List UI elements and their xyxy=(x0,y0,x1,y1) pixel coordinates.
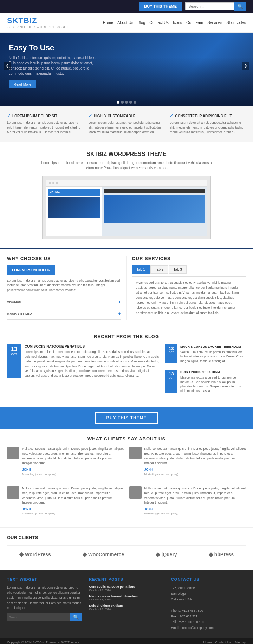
feature-check-2: ✓ xyxy=(170,113,173,118)
feature-item-1: ✓HIGHLY CUSTOMIZABLELorem ipsum dolor si… xyxy=(89,113,165,135)
service-tab-1[interactable]: Tab 2 xyxy=(150,265,168,274)
blog-side-date-month-0: OCT xyxy=(167,351,176,354)
service-tab-0[interactable]: Tab 1 xyxy=(132,265,150,274)
hero-dot-2[interactable] xyxy=(121,101,124,104)
testimonials-grid: Nulla consequat massa quis enim. Donec p… xyxy=(7,447,246,520)
blog-side: 13OCTMAURIS CURSUS LAOREET BIBENDUMVesti… xyxy=(165,344,246,400)
blog-side-text-0: Vestibulum ante ipsum primis in faucibus… xyxy=(180,350,246,363)
footer-bottom-link-0[interactable]: Home xyxy=(203,640,212,644)
footer-post-title-1: Mauris cursus laoreet bibendum xyxy=(89,594,164,598)
testimonial-name-1: JONH xyxy=(144,467,246,472)
search-button[interactable]: 🔍 xyxy=(234,2,246,11)
nav-item-shortcodes[interactable]: Shortcodes xyxy=(226,20,246,25)
client-logo-icon-2: ◆ xyxy=(156,551,160,558)
footer-search-input[interactable] xyxy=(7,613,70,621)
footer-post-date-0: October 13, 2014 xyxy=(89,589,164,592)
nav-item-contact-us[interactable]: Contact Us xyxy=(149,20,168,25)
accordion-item-2[interactable]: MAURIS ET LEO + xyxy=(7,308,121,320)
blog-main: 13 OCT CUM SOCIIS NATOQUE PENATIBUS Lore… xyxy=(7,344,160,400)
blog-side-date-num-0: 13 xyxy=(167,346,176,351)
blog-side-date-1: 13OCT xyxy=(165,370,177,393)
testimonial-item-2: Nulla consequat massa quis enim. Donec p… xyxy=(7,486,124,521)
feature-text-1: Lorem ipsum dolor sit amet, consectetur … xyxy=(89,120,165,135)
nav-item-blog[interactable]: Blog xyxy=(137,20,145,25)
search-input[interactable] xyxy=(185,2,234,10)
main-header: SKTBIZ JUST ANOTHER WORDPRESS SITE HomeA… xyxy=(0,13,253,33)
testimonial-avatar-2 xyxy=(7,486,19,499)
accordion-plus-2[interactable]: + xyxy=(118,311,121,316)
hero-dot-3[interactable] xyxy=(125,101,128,104)
hero-dot-5[interactable] xyxy=(134,101,136,104)
nav-item-home[interactable]: Home xyxy=(103,20,113,25)
preview-right-nav xyxy=(104,189,205,193)
client-logo-bbpress: ◆ bbPress xyxy=(209,551,234,558)
buy-theme-button[interactable]: BUY THIS THEME xyxy=(139,2,182,11)
our-services-section: OUR SERVICES Tab 1Tab 2Tab 3 Vivamus sed… xyxy=(126,256,246,320)
preview-left-image xyxy=(48,197,100,218)
footer-fax: Fax: +987 654 321 xyxy=(171,615,197,618)
why-accordion: VIVAMUS + MAURIS ET LEO + xyxy=(7,296,121,320)
hero-dot-4[interactable] xyxy=(129,101,132,104)
buy-banner-button[interactable]: BUY THIS THEME xyxy=(95,412,158,424)
client-logo-name-0: WordPress xyxy=(25,552,51,557)
testimonial-body-2: Nulla consequat massa quis enim. Donec p… xyxy=(22,486,124,516)
read-more-button[interactable]: Read More xyxy=(9,80,36,88)
nav-item-our-team[interactable]: Our Team xyxy=(186,20,203,25)
nav-item-services[interactable]: Services xyxy=(207,20,222,25)
accordion-item-1[interactable]: VIVAMUS + xyxy=(7,296,121,308)
client-logo-wordpress: ◆ WordPress xyxy=(19,551,51,558)
preview-inner: SKTBIZ xyxy=(46,180,207,236)
features-section: ✓LOREM IPSUM DOLOR SITLorem ipsum dolor … xyxy=(0,106,253,142)
testimonial-role-0: Marketing (some company) xyxy=(22,472,124,477)
accordion-label-1: VIVAMUS xyxy=(7,300,21,304)
hero-arrows: ❮ ❯ xyxy=(4,62,249,70)
blog-title: RECENT FROM THE BLOG xyxy=(7,334,246,339)
blog-grid: 13 OCT CUM SOCIIS NATOQUE PENATIBUS Lore… xyxy=(7,344,246,400)
hero-dot-1[interactable] xyxy=(117,101,119,104)
footer-post-date-2: October 13, 2014 xyxy=(89,607,164,611)
testimonial-text-3: Nulla consequat massa quis enim. Donec p… xyxy=(144,486,246,505)
blog-main-entry: 13 OCT CUM SOCIIS NATOQUE PENATIBUS Lore… xyxy=(7,344,160,378)
preview-header xyxy=(46,180,207,187)
blog-side-content-0: MAURIS CURSUS LAOREET BIBENDUMVestibulum… xyxy=(180,344,246,363)
footer-bottom-link-1[interactable]: Contact Us xyxy=(215,640,231,644)
footer-contact-col: CONTACT US 123, Some Street San Diego Ca… xyxy=(171,577,246,631)
feature-text-0: Lorem ipsum dolor sit amet, consectetur … xyxy=(7,120,83,135)
footer-phone: Phone: +123 456 7890 xyxy=(171,609,203,612)
theme-section: SKTBIZ WORDPRESS THEME Lorem ipsum dolor… xyxy=(0,142,253,248)
testimonial-avatar-1 xyxy=(129,447,142,459)
hero-prev-arrow[interactable]: ❮ xyxy=(4,62,11,70)
testimonial-item-0: Nulla consequat massa quis enim. Donec p… xyxy=(7,447,124,481)
our-services-title: OUR SERVICES xyxy=(132,256,246,261)
main-nav: HomeAbout UsBlogContact UsIconsOur TeamS… xyxy=(103,20,246,25)
hero-dots xyxy=(117,101,136,104)
search-wrap: 🔍 xyxy=(185,2,246,11)
testimonial-item-3: Nulla consequat massa quis enim. Donec p… xyxy=(129,486,246,521)
feature-item-0: ✓LOREM IPSUM DOLOR SITLorem ipsum dolor … xyxy=(7,113,83,135)
accordion-plus-1[interactable]: + xyxy=(118,299,121,305)
footer-address: 123, Some Street xyxy=(171,586,196,590)
footer-bottom-link-2[interactable]: Sitemap xyxy=(234,640,246,644)
footer-city: San Diego xyxy=(171,592,186,596)
preview-left-header: SKTBIZ xyxy=(48,189,100,196)
clients-logos: ◆ WordPress◆ WooCommerce◆ jQuery◆ bbPres… xyxy=(7,545,246,563)
footer-post-1: Mauris cursus laoreet bibendumOctober 13… xyxy=(89,594,164,601)
blog-main-text-wrap: CUM SOCIIS NATOQUE PENATIBUS Lorem ipsum… xyxy=(25,344,160,378)
nav-item-icons[interactable]: Icons xyxy=(173,20,182,25)
service-tab-2[interactable]: Tab 3 xyxy=(169,265,186,274)
nav-item-about-us[interactable]: About Us xyxy=(117,20,133,25)
client-logo-name-2: jQuery xyxy=(161,552,177,557)
hero-next-arrow[interactable]: ❯ xyxy=(242,62,249,70)
footer-search-button[interactable]: 🔍 xyxy=(70,613,82,621)
testimonial-text-2: Nulla consequat massa quis enim. Donec p… xyxy=(22,486,124,505)
testimonial-name-2: JONH xyxy=(22,507,124,512)
blog-main-date-month: OCT xyxy=(9,353,19,356)
blog-side-item-1: 13OCTDUIS TINCIDUNT EX DIAMMaecenas luct… xyxy=(165,370,246,396)
footer-search: 🔍 xyxy=(7,613,82,621)
client-logo-icon-0: ◆ xyxy=(19,551,24,558)
footer-state: California USA xyxy=(171,598,192,601)
testimonial-body-0: Nulla consequat massa quis enim. Donec p… xyxy=(22,447,124,477)
blog-section: RECENT FROM THE BLOG 13 OCT CUM SOCIIS N… xyxy=(0,327,253,407)
why-choose-button[interactable]: LOREM IPSUM DOLOR xyxy=(7,265,55,275)
services-tabs: Tab 1Tab 2Tab 3 xyxy=(132,265,246,274)
